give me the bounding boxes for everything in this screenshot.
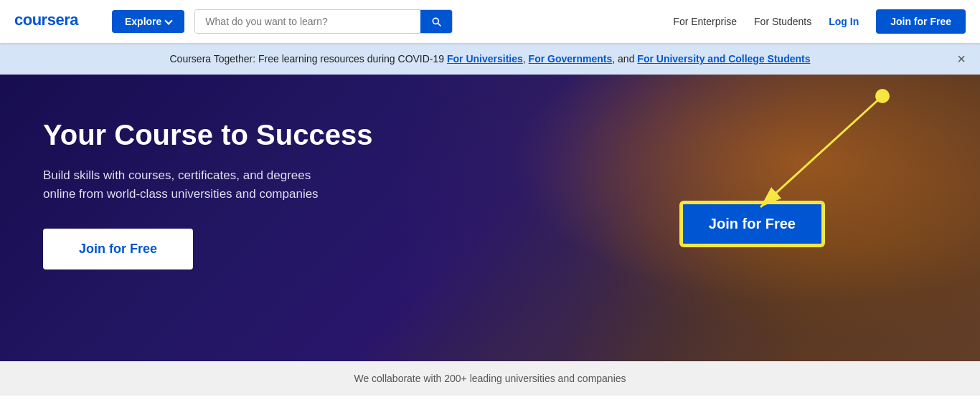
chevron-down-icon <box>165 16 173 24</box>
for-enterprise-link[interactable]: For Enterprise <box>673 16 737 27</box>
banner-close-button[interactable]: × <box>957 51 966 67</box>
nav-links: For Enterprise For Students Log In Join … <box>673 9 966 34</box>
svg-text:coursera: coursera <box>14 11 79 29</box>
footer-hint: We collaborate with 200+ leading univers… <box>0 361 980 396</box>
hero-title: Your Course to Success <box>43 118 387 152</box>
for-college-students-link[interactable]: For University and College Students <box>637 53 810 65</box>
hero-subtitle: Build skills with courses, certificates,… <box>43 166 344 203</box>
footer-hint-text: We collaborate with 200+ leading univers… <box>354 373 626 384</box>
banner-prefix: Coursera Together: Free learning resourc… <box>170 53 447 65</box>
nav-join-button[interactable]: Join for Free <box>876 9 966 34</box>
announcement-banner: Coursera Together: Free learning resourc… <box>0 43 980 75</box>
banner-sep2: , and <box>612 53 637 65</box>
logo-text: coursera <box>14 9 100 34</box>
explore-label: Explore <box>125 16 161 27</box>
explore-button[interactable]: Explore <box>112 10 184 33</box>
login-link[interactable]: Log In <box>829 16 859 27</box>
hero-section: Your Course to Success Build skills with… <box>0 75 980 361</box>
hero-join-highlight-area: Join for Free <box>681 202 824 246</box>
for-governments-link[interactable]: For Governments <box>529 53 613 65</box>
hero-join-button[interactable]: Join for Free <box>43 229 193 269</box>
search-bar <box>194 9 453 34</box>
navbar: coursera Explore For Enterprise For Stud… <box>0 0 980 43</box>
logo[interactable]: coursera <box>14 9 100 34</box>
banner-text: Coursera Together: Free learning resourc… <box>29 53 951 65</box>
search-icon <box>430 16 442 27</box>
hero-join-highlight-button[interactable]: Join for Free <box>681 202 824 246</box>
hero-content: Your Course to Success Build skills with… <box>0 75 430 312</box>
banner-sep1: , <box>523 53 529 65</box>
search-button[interactable] <box>420 10 452 33</box>
search-input[interactable] <box>195 10 420 33</box>
for-students-link[interactable]: For Students <box>754 16 811 27</box>
for-universities-link[interactable]: For Universities <box>447 53 523 65</box>
